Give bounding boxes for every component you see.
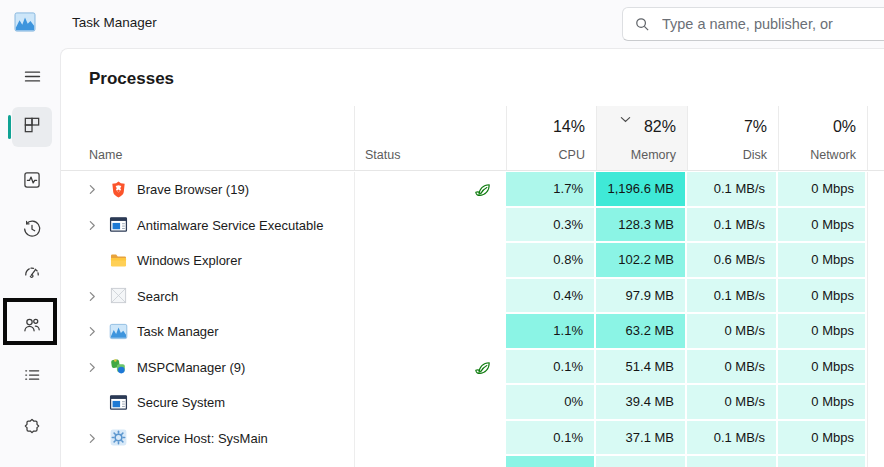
disk-value-cell: 0.6 MB/s bbox=[687, 243, 778, 279]
cpu-value-cell: 1.7% bbox=[506, 172, 596, 208]
memory-value: 63.2 MB bbox=[626, 323, 674, 338]
network-value-cell: 0 Mbps bbox=[778, 208, 867, 244]
network-value-cell bbox=[778, 456, 867, 467]
folder-icon bbox=[109, 251, 129, 271]
column-header-status[interactable]: Status bbox=[354, 106, 506, 170]
process-name-cell: MSPCManager (9) bbox=[61, 350, 354, 386]
row-spacer bbox=[867, 456, 884, 467]
table-row[interactable]: Task Manager1.1%63.2 MB0 MB/s0 Mbps bbox=[61, 314, 884, 350]
network-value: 0 Mbps bbox=[811, 252, 854, 267]
cpu-value-cell: 0.1% bbox=[506, 350, 596, 386]
process-name: Task Manager bbox=[137, 324, 219, 339]
process-name-cell: Service Host: SysMain bbox=[61, 421, 354, 457]
row-spacer bbox=[867, 385, 884, 421]
column-header-disk[interactable]: 7% Disk bbox=[687, 106, 778, 170]
memory-value: 51.4 MB bbox=[626, 359, 674, 374]
sidebar-menu-button[interactable] bbox=[12, 58, 52, 98]
column-header-network[interactable]: 0% Network bbox=[778, 106, 867, 170]
memory-value-cell: 63.2 MB bbox=[596, 314, 687, 350]
table-header: Name Status 14% CPU 82% Memory 7% D bbox=[61, 106, 884, 171]
task-manager-window: Task Manager bbox=[0, 0, 884, 467]
network-value: 0 Mbps bbox=[811, 181, 854, 196]
process-name: Service Host: SysMain bbox=[137, 431, 268, 446]
disk-value: 0.1 MB/s bbox=[714, 181, 765, 196]
users-icon bbox=[22, 315, 42, 339]
process-name: Brave Browser (19) bbox=[137, 182, 249, 197]
sidebar-item-details[interactable] bbox=[12, 357, 52, 397]
cpu-value-cell: 0% bbox=[506, 385, 596, 421]
search-input[interactable] bbox=[662, 16, 862, 32]
selected-accent-pill bbox=[8, 115, 11, 139]
process-name-cell: Brave Browser (19) bbox=[61, 172, 354, 208]
expand-chevron-icon[interactable] bbox=[89, 291, 100, 302]
process-name-cell: Search bbox=[61, 279, 354, 315]
memory-value: 128.3 MB bbox=[618, 217, 674, 232]
status-cell bbox=[354, 208, 506, 244]
status-cell bbox=[354, 279, 506, 315]
memory-value: 102.2 MB bbox=[618, 252, 674, 267]
network-value-cell: 0 Mbps bbox=[778, 385, 867, 421]
memory-value: 37.1 MB bbox=[626, 430, 674, 445]
expand-chevron-icon[interactable] bbox=[89, 220, 100, 231]
memory-value: 1,196.6 MB bbox=[608, 181, 675, 196]
page-title: Processes bbox=[89, 69, 174, 89]
cpu-total-percent: 14% bbox=[553, 118, 585, 136]
row-spacer bbox=[867, 314, 884, 350]
column-header-spacer bbox=[867, 106, 884, 170]
cpu-value: 1.1% bbox=[553, 323, 583, 338]
process-rows: Brave Browser (19)1.7%1,196.6 MB0.1 MB/s… bbox=[61, 172, 884, 467]
network-total-percent: 0% bbox=[833, 118, 856, 136]
processes-icon bbox=[22, 115, 42, 139]
process-name: Search bbox=[137, 289, 178, 304]
table-row[interactable]: Service Host: SysMain0.1%37.1 MB0.1 MB/s… bbox=[61, 421, 884, 457]
expand-chevron-icon[interactable] bbox=[89, 433, 100, 444]
sidebar-item-startup-apps[interactable] bbox=[12, 254, 52, 294]
table-row[interactable]: MSPCManager (9)0.1%51.4 MB0 MB/s0 Mbps bbox=[61, 350, 884, 386]
sidebar-item-performance[interactable] bbox=[12, 162, 52, 202]
app-window-icon bbox=[109, 393, 129, 413]
table-row[interactable]: Brave Browser (19)1.7%1,196.6 MB0.1 MB/s… bbox=[61, 172, 884, 208]
table-row[interactable] bbox=[61, 456, 884, 467]
expand-chevron-icon[interactable] bbox=[89, 184, 100, 195]
column-header-name[interactable]: Name bbox=[61, 106, 354, 170]
memory-value: 97.9 MB bbox=[626, 288, 674, 303]
memory-value-cell: 1,196.6 MB bbox=[596, 172, 687, 208]
cpu-value-cell: 0.1% bbox=[506, 421, 596, 457]
expand-chevron-spacer bbox=[89, 397, 100, 408]
sidebar-item-processes[interactable] bbox=[12, 107, 52, 147]
table-row[interactable]: Antimalware Service Executable0.3%128.3 … bbox=[61, 208, 884, 244]
process-name-cell: Task Manager bbox=[61, 314, 354, 350]
disk-value-cell: 0.1 MB/s bbox=[687, 172, 778, 208]
search-box[interactable] bbox=[622, 7, 884, 41]
table-row[interactable]: Windows Explorer0.8%102.2 MB0.6 MB/s0 Mb… bbox=[61, 243, 884, 279]
disk-value: 0.1 MB/s bbox=[714, 288, 765, 303]
table-row[interactable]: Secure System0%39.4 MB0 MB/s0 Mbps bbox=[61, 385, 884, 421]
memory-value-cell: 39.4 MB bbox=[596, 385, 687, 421]
network-value-cell: 0 Mbps bbox=[778, 172, 867, 208]
disk-value: 0 MB/s bbox=[725, 359, 765, 374]
efficiency-mode-leaf-icon bbox=[473, 358, 492, 377]
cpu-value: 0.1% bbox=[553, 430, 583, 445]
expand-chevron-icon[interactable] bbox=[89, 326, 100, 337]
row-spacer bbox=[867, 208, 884, 244]
status-cell bbox=[354, 456, 506, 467]
sidebar-item-app-history[interactable] bbox=[12, 211, 52, 251]
disk-value-cell: 0.1 MB/s bbox=[687, 279, 778, 315]
status-cell bbox=[354, 350, 506, 386]
sidebar-item-services[interactable] bbox=[12, 408, 52, 448]
mspc-icon bbox=[109, 357, 129, 377]
cpu-value: 0.3% bbox=[553, 217, 583, 232]
status-cell bbox=[354, 243, 506, 279]
disk-value-cell: 0 MB/s bbox=[687, 385, 778, 421]
column-header-memory[interactable]: 82% Memory bbox=[596, 106, 687, 170]
table-row[interactable]: Search0.4%97.9 MB0.1 MB/s0 Mbps bbox=[61, 279, 884, 315]
process-name-cell bbox=[61, 456, 354, 467]
column-header-cpu[interactable]: 14% CPU bbox=[506, 106, 596, 170]
disk-value: 0.1 MB/s bbox=[714, 430, 765, 445]
gear-app-icon bbox=[109, 428, 129, 448]
cpu-value: 0.4% bbox=[553, 288, 583, 303]
process-name: MSPCManager (9) bbox=[137, 360, 245, 375]
sidebar-item-users[interactable] bbox=[12, 307, 52, 347]
network-value: 0 Mbps bbox=[811, 430, 854, 445]
expand-chevron-icon[interactable] bbox=[89, 362, 100, 373]
